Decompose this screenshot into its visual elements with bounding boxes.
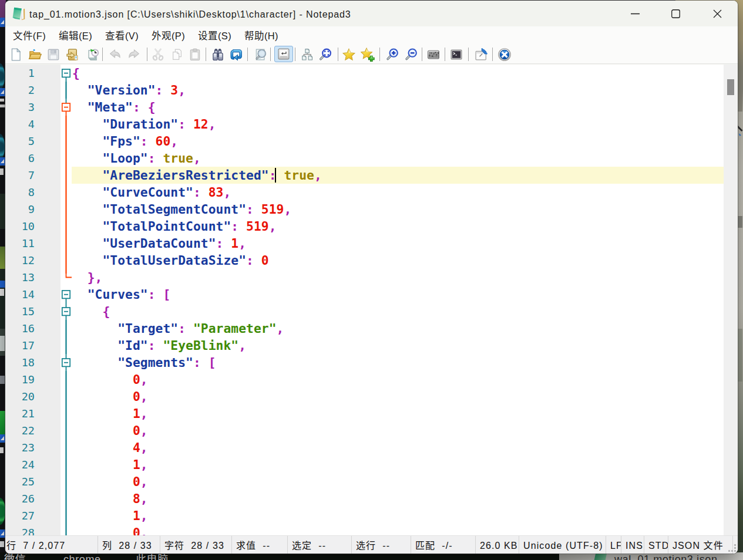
whitespace-token [72,440,133,455]
json-operator-token: , [178,83,186,97]
json-number-token: 1 [133,508,140,523]
status-selection[interactable]: 选定 -- [288,536,352,554]
status-eol[interactable]: LF [606,536,621,554]
line-number: 1 [5,65,35,82]
zoom-view-button[interactable] [253,46,269,62]
word-wrap-button[interactable] [274,46,293,62]
cut-button[interactable] [150,46,166,62]
fold-line [60,116,72,133]
menu-item-edit[interactable]: 编辑(E) [52,26,99,45]
whitespace-token [72,100,88,114]
icon-label-fragment [0,99,4,102]
paste-button[interactable] [187,46,203,62]
undo-button[interactable] [107,46,123,62]
toolbar-separator [468,48,469,61]
status-eval[interactable]: 求值 -- [232,536,288,554]
fold-line [60,388,72,405]
status-character[interactable]: 字符 28 / 33 [160,536,232,554]
whitespace-token [72,236,103,251]
hierarchy-button[interactable] [299,46,315,62]
open-folder-button[interactable] [27,46,43,62]
toolbar-separator [422,48,422,61]
status-line[interactable]: 行 7 / 2,077 [6,536,98,554]
menu-item-appearance[interactable]: 外观(P) [145,26,191,45]
code-line: 4, [72,439,724,456]
save-button[interactable] [45,46,62,62]
copy-button[interactable] [169,46,185,62]
line-number: 23 [5,439,35,456]
resize-grip[interactable] [728,544,737,552]
desktop-icon-label[interactable]: 此电脑 [136,553,169,560]
fold-marker-box[interactable] [60,354,72,371]
fold-line [60,184,72,201]
title-bar[interactable]: tap_01.motion3.json [C:\Users\shiki\Desk… [5,1,738,26]
desktop-icon-label[interactable]: wal_01.motion3.json [614,553,718,560]
fold-marker-box[interactable] [60,99,72,116]
zoom-out-button[interactable] [403,46,419,62]
status-file-type[interactable]: JSON 文件 [668,536,733,554]
whitespace-token [72,287,88,302]
status-sel-lines[interactable]: 选行 -- [352,536,411,554]
whitespace-token [72,168,103,183]
json-operator-token: : [156,83,163,97]
json-key-token: "Fps" [103,134,140,149]
status-encoding[interactable]: Unicode (UTF-8) [519,536,606,554]
code-line: "Target": "Parameter", [72,320,724,337]
line-number: 8 [5,184,35,201]
status-matches[interactable]: 匹配 -/- [411,536,476,554]
fold-marker-box[interactable] [60,286,72,303]
zoom-view-icon [254,48,268,62]
status-file-size[interactable]: 26.0 KB [476,536,519,554]
desktop-icon-fragment [0,498,5,525]
line-number: 6 [5,150,35,167]
favorite-star-button[interactable] [341,46,357,62]
zoom-in-button[interactable] [384,46,401,62]
menu-item-file[interactable]: 文件(F) [6,26,52,45]
recent-history-button[interactable] [84,46,100,62]
code-line: "Version": 3, [72,82,724,99]
close-button[interactable] [704,1,731,26]
pin-window-button[interactable] [473,46,489,62]
code-line: { [72,65,724,82]
status-column[interactable]: 列 28 / 33 [98,536,160,554]
icon-label-fragment [0,104,5,107]
toolbar-separator [338,48,338,61]
vertical-scrollbar[interactable] [724,65,737,535]
status-insert-mode[interactable]: INS [621,536,644,554]
json-operator-token: , [140,423,148,438]
json-operator-token: , [140,525,148,535]
fold-marker-box[interactable] [60,65,72,82]
sliders-button[interactable] [425,46,442,62]
json-operator-token: : [216,236,224,251]
line-number: 15 [5,303,35,320]
menu-item-view[interactable]: 查看(V) [99,26,145,45]
whitespace-token [72,474,133,489]
minimize-button[interactable] [621,1,648,26]
maximize-button[interactable] [662,1,689,26]
editor-pane[interactable]: 1234567891011121314151617181920212223242… [5,65,737,535]
window-title: tap_01.motion3.json [C:\Users\shiki\Desk… [29,1,351,26]
terminal-button[interactable] [448,46,465,62]
status-mode[interactable]: STD [644,536,668,554]
code-text-area[interactable]: { "Version": 3, "Meta": { "Duration": 12… [72,65,724,535]
line-number: 21 [5,405,35,422]
desktop-icon-label[interactable]: chrome [63,553,101,560]
fold-margin[interactable] [60,65,72,535]
zoom-select-button[interactable] [317,46,334,62]
redo-button[interactable] [126,46,142,62]
desktop-icon-label[interactable]: 微信 [4,553,26,560]
browse-folder-button[interactable] [65,46,81,62]
exit-button[interactable] [496,46,513,62]
whitespace-token [238,219,246,234]
sliders-icon [426,48,441,62]
menu-item-settings[interactable]: 设置(S) [191,26,238,45]
add-favorite-button[interactable] [359,46,376,62]
new-file-button[interactable] [8,46,24,62]
find-button[interactable] [210,46,226,62]
menu-item-help[interactable]: 帮助(H) [238,26,285,45]
whitespace-token [72,270,88,285]
replace-button[interactable] [228,46,244,62]
toolbar-separator [379,48,380,61]
fold-marker-box[interactable] [60,303,72,320]
scrollbar-thumb[interactable] [727,79,734,95]
